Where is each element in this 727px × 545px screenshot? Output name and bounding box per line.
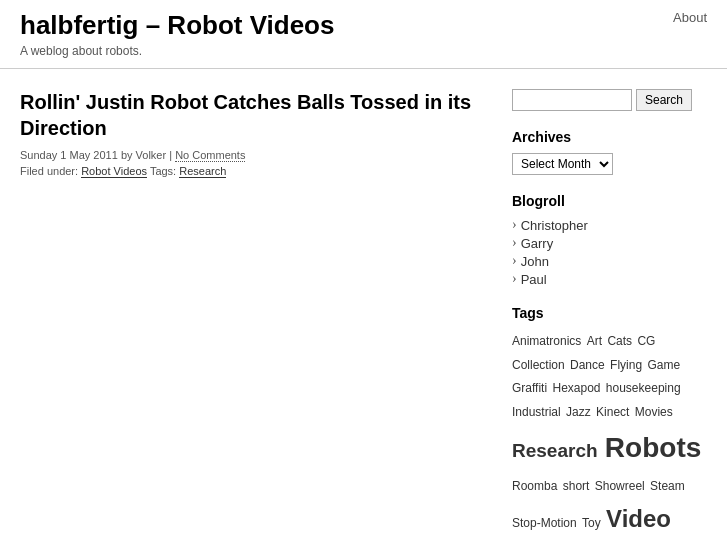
tag-cloud-item[interactable]: Roomba: [512, 479, 561, 493]
search-input[interactable]: [512, 89, 632, 111]
no-comments-link[interactable]: No Comments: [175, 149, 245, 162]
blogroll-label: Blogroll: [512, 193, 707, 209]
blogroll-item: Christopher: [512, 217, 707, 233]
tags-label: Tags: [512, 305, 707, 321]
tag-link[interactable]: Research: [179, 165, 226, 178]
tag-cloud-item[interactable]: short: [563, 479, 593, 493]
tag-cloud-item[interactable]: Kinect: [596, 405, 633, 419]
archives-section: Archives Select Month: [512, 129, 707, 175]
tag-cloud-item[interactable]: Toy: [582, 516, 604, 530]
blogroll-section: Blogroll ChristopherGarryJohnPaul: [512, 193, 707, 287]
blogroll-item: Garry: [512, 235, 707, 251]
blogroll-item: John: [512, 253, 707, 269]
tag-cloud-item[interactable]: Movies: [635, 405, 673, 419]
tag-cloud-item[interactable]: Stop-Motion: [512, 516, 580, 530]
blogroll-list: ChristopherGarryJohnPaul: [512, 217, 707, 287]
category-link[interactable]: Robot Videos: [81, 165, 147, 178]
tag-cloud-item[interactable]: Cats: [607, 334, 635, 348]
tags-section: Tags Animatronics Art Cats CG Collection…: [512, 305, 707, 545]
tag-cloud-item[interactable]: Flying: [610, 358, 645, 372]
blogroll-link[interactable]: John: [521, 254, 549, 269]
tag-cloud-item[interactable]: housekeeping: [606, 381, 681, 395]
post-meta: Sunday 1 May 2011 by Volker | No Comment…: [20, 149, 492, 161]
search-form: Search: [512, 89, 707, 111]
archives-label: Archives: [512, 129, 707, 145]
post-filed: Filed under: Robot Videos Tags: Research: [20, 165, 492, 177]
tag-cloud-item[interactable]: Dance: [570, 358, 608, 372]
blogroll-item: Paul: [512, 271, 707, 287]
tag-cloud-item[interactable]: Graffiti: [512, 381, 550, 395]
tag-cloud-item[interactable]: Game: [647, 358, 680, 372]
tag-cloud-item[interactable]: Showreel: [595, 479, 648, 493]
tags-cloud: Animatronics Art Cats CG Collection Danc…: [512, 329, 707, 541]
tag-cloud-item[interactable]: Collection: [512, 358, 568, 372]
post-title: Rollin' Justin Robot Catches Balls Tosse…: [20, 89, 492, 141]
tag-cloud-item[interactable]: Hexapod: [552, 381, 603, 395]
site-title: halbfertig – Robot Videos: [20, 10, 334, 41]
tag-cloud-item[interactable]: Robots: [605, 432, 701, 463]
blogroll-link[interactable]: Garry: [521, 236, 554, 251]
tag-cloud-item[interactable]: CG: [637, 334, 655, 348]
tag-cloud-item[interactable]: Video: [606, 505, 671, 532]
blogroll-link[interactable]: Paul: [521, 272, 547, 287]
blogroll-link[interactable]: Christopher: [521, 218, 588, 233]
post-content: [20, 192, 492, 392]
tag-cloud-item[interactable]: Art: [587, 334, 606, 348]
tag-cloud-item[interactable]: Research: [512, 440, 603, 461]
about-link[interactable]: About: [673, 10, 707, 25]
tag-cloud-item[interactable]: Jazz: [566, 405, 594, 419]
tag-cloud-item[interactable]: Steam: [650, 479, 685, 493]
tag-cloud-item[interactable]: Industrial: [512, 405, 564, 419]
site-tagline: A weblog about robots.: [20, 44, 334, 58]
search-button[interactable]: Search: [636, 89, 692, 111]
tag-cloud-item[interactable]: Animatronics: [512, 334, 585, 348]
archives-select[interactable]: Select Month: [512, 153, 613, 175]
